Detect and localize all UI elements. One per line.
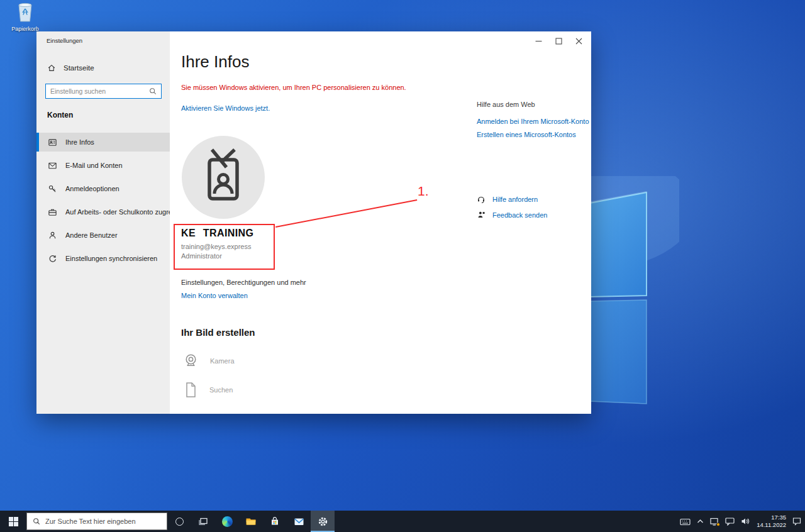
speaker-icon xyxy=(741,517,750,526)
mail-icon xyxy=(48,161,57,170)
page-title: Ihre Infos xyxy=(181,52,249,72)
activation-warning: Sie müssen Windows aktivieren, um Ihren … xyxy=(181,84,406,91)
gear-icon xyxy=(318,516,328,527)
home-icon xyxy=(47,64,56,72)
system-tray: 17:35 14.11.2022 xyxy=(680,511,805,532)
cortana-button[interactable] xyxy=(167,511,191,532)
camera-option[interactable]: Kamera xyxy=(182,352,235,369)
browse-file-icon xyxy=(182,381,199,399)
notification-app-button[interactable] xyxy=(710,518,719,526)
clock-time: 17:35 xyxy=(757,514,786,521)
chevron-up-icon xyxy=(697,519,704,524)
sidebar-item-label: Auf Arbeits- oder Schulkonto zugreifen xyxy=(65,208,184,216)
task-view-button[interactable] xyxy=(191,511,215,532)
minimize-icon xyxy=(535,38,542,45)
settings-sidebar: Startseite Konten xyxy=(36,31,170,414)
send-feedback-label[interactable]: Feedback senden xyxy=(492,211,547,219)
annotation-box xyxy=(174,224,275,270)
file-explorer-button[interactable] xyxy=(239,511,263,532)
start-button[interactable] xyxy=(0,511,26,532)
settings-search-input[interactable] xyxy=(46,87,149,95)
edge-icon xyxy=(222,516,233,527)
sidebar-item-label: Andere Benutzer xyxy=(65,231,118,239)
window-controls xyxy=(528,34,589,48)
chat-button[interactable] xyxy=(725,517,735,526)
settings-content: Ihre Infos Sie müssen Windows aktivieren… xyxy=(170,31,591,414)
help-headset-icon xyxy=(477,195,486,204)
action-center-button[interactable] xyxy=(792,517,801,526)
recycle-bin-icon xyxy=(15,0,35,23)
taskbar: 17:35 14.11.2022 xyxy=(0,511,805,532)
minimize-button[interactable] xyxy=(528,34,548,48)
volume-button[interactable] xyxy=(741,517,750,526)
user-icon xyxy=(48,231,57,240)
mail-app-icon xyxy=(294,517,304,526)
sidebar-section-title: Konten xyxy=(47,111,73,119)
activate-windows-link[interactable]: Aktivieren Sie Windows jetzt. xyxy=(181,104,270,112)
create-microsoft-account-link[interactable]: Erstellen eines Microsoft-Kontos xyxy=(477,131,576,138)
chat-bubble-icon xyxy=(725,517,735,526)
recycle-bin-desktop-icon[interactable]: Papierkorb xyxy=(9,0,42,32)
sidebar-item-email-und-konten[interactable]: E-Mail und Konten xyxy=(36,156,170,175)
sidebar-home-label: Startseite xyxy=(64,64,94,72)
browse-label: Suchen xyxy=(209,386,233,394)
touch-keyboard-icon xyxy=(680,517,691,526)
id-badge-avatar-icon xyxy=(201,148,245,206)
close-icon xyxy=(575,38,582,45)
sidebar-item-label: Einstellungen synchronisieren xyxy=(65,255,157,262)
sidebar-item-label: E-Mail und Konten xyxy=(65,162,123,169)
action-center-icon xyxy=(792,517,801,526)
sidebar-item-ihre-infos[interactable]: Ihre Infos xyxy=(36,133,170,152)
taskbar-clock[interactable]: 17:35 14.11.2022 xyxy=(757,514,786,529)
id-badge-icon xyxy=(48,138,57,147)
close-button[interactable] xyxy=(569,34,589,48)
camera-label: Kamera xyxy=(210,357,235,365)
sidebar-nav: Ihre Infos E-Mail und Konten xyxy=(36,133,170,272)
file-explorer-icon xyxy=(245,516,257,526)
sync-icon xyxy=(48,254,57,263)
picture-section-title: Ihr Bild erstellen xyxy=(181,327,255,338)
sidebar-item-arbeits-schulkonto[interactable]: Auf Arbeits- oder Schulkonto zugreifen xyxy=(36,202,170,221)
signin-microsoft-account-link[interactable]: Anmelden bei Ihrem Microsoft-Konto xyxy=(477,118,589,125)
search-icon xyxy=(149,87,157,95)
clock-date: 14.11.2022 xyxy=(757,521,786,529)
sidebar-item-einstellungen-synchronisieren[interactable]: Einstellungen synchronisieren xyxy=(36,249,170,268)
settings-window: Einstellungen xyxy=(36,31,591,414)
get-help-label[interactable]: Hilfe anfordern xyxy=(492,196,538,203)
sidebar-item-anmeldeoptionen[interactable]: Anmeldeoptionen xyxy=(36,179,170,198)
sidebar-item-startseite[interactable]: Startseite xyxy=(47,64,94,72)
maximize-button[interactable] xyxy=(548,34,569,48)
feedback-icon xyxy=(477,211,486,219)
annotation-number: 1. xyxy=(418,184,429,199)
key-icon xyxy=(48,184,57,194)
send-feedback-action[interactable]: Feedback senden xyxy=(477,211,547,219)
settings-app-button[interactable] xyxy=(311,511,335,532)
briefcase-icon xyxy=(48,208,57,217)
manage-account-link[interactable]: Mein Konto verwalten xyxy=(181,292,248,299)
hidden-icons-button[interactable] xyxy=(697,519,704,524)
mail-button[interactable] xyxy=(287,511,311,532)
touch-keyboard-button[interactable] xyxy=(680,517,691,526)
sidebar-item-andere-benutzer[interactable]: Andere Benutzer xyxy=(36,226,170,245)
window-title: Einstellungen xyxy=(47,37,82,44)
desktop: Papierkorb Einstellungen xyxy=(0,0,805,532)
camera-icon xyxy=(182,352,199,369)
settings-permissions-line: Einstellungen, Berechtigungen und mehr xyxy=(181,279,306,286)
notification-badge xyxy=(716,523,720,526)
settings-search-box xyxy=(45,84,162,99)
taskbar-search-box xyxy=(26,513,167,530)
task-view-icon xyxy=(198,516,208,526)
sidebar-item-label: Ihre Infos xyxy=(65,138,94,146)
sidebar-item-label: Anmeldeoptionen xyxy=(65,185,119,192)
browse-option[interactable]: Suchen xyxy=(182,381,233,399)
avatar xyxy=(182,136,265,219)
microsoft-store-button[interactable] xyxy=(263,511,287,532)
taskbar-spacer xyxy=(335,511,680,532)
help-panel-title: Hilfe aus dem Web xyxy=(477,101,535,108)
maximize-icon xyxy=(555,38,562,45)
edge-button[interactable] xyxy=(215,511,239,532)
search-icon xyxy=(33,518,40,525)
windows-start-icon xyxy=(9,517,18,526)
taskbar-search-input[interactable] xyxy=(45,518,161,525)
get-help-action[interactable]: Hilfe anfordern xyxy=(477,195,538,204)
